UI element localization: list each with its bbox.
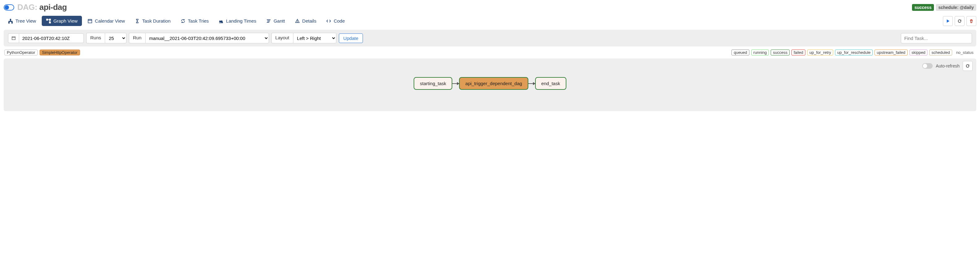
svg-point-19	[297, 22, 298, 22]
svg-point-5	[8, 22, 10, 24]
operator-chip-http[interactable]: SimpleHttpOperator	[40, 49, 80, 56]
layout-select[interactable]: Left > Right	[293, 33, 336, 43]
runs-label: Runs	[86, 33, 105, 43]
edge-arrow	[452, 83, 459, 84]
task-node-end-task[interactable]: end_task	[535, 77, 566, 90]
dag-enabled-toggle[interactable]	[4, 4, 14, 11]
state-chip-scheduled[interactable]: scheduled	[929, 49, 952, 56]
runs-select[interactable]: 25	[105, 33, 126, 43]
graph-icon	[46, 19, 51, 24]
tab-landing-times[interactable]: Landing Times	[214, 16, 261, 26]
tab-label: Landing Times	[226, 18, 256, 24]
task-node-starting-task[interactable]: starting_task	[414, 77, 452, 90]
tab-calendar-view[interactable]: Calendar View	[83, 16, 129, 26]
tab-task-tries[interactable]: Task Tries	[176, 16, 213, 26]
svg-rect-10	[88, 19, 92, 23]
delete-button[interactable]	[966, 16, 976, 26]
svg-rect-20	[12, 37, 16, 40]
tree-icon	[8, 19, 13, 24]
run-select[interactable]: manual__2021-06-03T20:42:09.695733+00:00	[145, 33, 269, 43]
state-chip-success[interactable]: success	[771, 49, 789, 56]
state-chip-upstream-failed[interactable]: upstream_failed	[875, 49, 908, 56]
tab-details[interactable]: Details	[291, 16, 321, 26]
tab-label: Gantt	[274, 18, 285, 24]
base-date-input[interactable]	[19, 34, 84, 43]
state-chip-running[interactable]: running	[751, 49, 769, 56]
tab-label: Graph View	[54, 18, 78, 24]
status-badge: success	[912, 4, 934, 11]
layout-label: Layout	[271, 33, 293, 43]
tab-task-duration[interactable]: Task Duration	[130, 16, 175, 26]
edge-arrow	[528, 83, 535, 84]
tab-label: Tree View	[16, 18, 36, 24]
state-chip-queued[interactable]: queued	[732, 49, 749, 56]
refresh-button[interactable]	[955, 16, 964, 26]
retry-icon	[181, 19, 186, 24]
tab-label: Calendar View	[95, 18, 125, 24]
code-icon	[326, 19, 331, 24]
operator-chip-python[interactable]: PythonOperator	[4, 49, 38, 56]
graph-refresh-button[interactable]	[963, 61, 972, 71]
tab-label: Task Duration	[142, 18, 171, 24]
page-title: DAG: api-dag	[18, 3, 67, 12]
find-task-input[interactable]	[901, 33, 972, 43]
page-title-dag-name: api-dag	[39, 3, 67, 12]
state-chip-skipped[interactable]: skipped	[910, 49, 928, 56]
tab-tree-view[interactable]: Tree View	[4, 16, 40, 26]
hourglass-icon	[135, 19, 140, 24]
schedule-badge: schedule: @daily	[936, 4, 976, 11]
tab-label: Details	[302, 18, 317, 24]
landing-icon	[219, 19, 224, 24]
run-label: Run	[129, 33, 145, 43]
tab-graph-view[interactable]: Graph View	[42, 16, 82, 26]
calendar-icon	[8, 34, 19, 43]
svg-rect-8	[49, 19, 51, 21]
gantt-icon	[266, 19, 271, 24]
tab-code[interactable]: Code	[322, 16, 349, 26]
svg-point-0	[10, 19, 11, 20]
auto-refresh-toggle[interactable]	[922, 63, 933, 69]
svg-point-6	[11, 22, 13, 24]
svg-rect-7	[46, 19, 48, 21]
warning-icon	[295, 19, 300, 24]
state-chip-failed[interactable]: failed	[791, 49, 805, 56]
tab-gantt[interactable]: Gantt	[262, 16, 290, 26]
task-node-api-trigger[interactable]: api_trigger_dependent_dag	[459, 77, 528, 90]
calendar-icon	[88, 19, 92, 24]
update-button[interactable]: Update	[339, 34, 363, 43]
state-chip-no-status[interactable]: no_status	[954, 49, 976, 56]
state-chip-up-for-retry[interactable]: up_for_retry	[807, 49, 833, 56]
tab-label: Task Tries	[188, 18, 209, 24]
auto-refresh-label: Auto-refresh	[936, 64, 959, 69]
page-title-prefix: DAG:	[18, 3, 39, 12]
filter-bar: Runs 25 Run manual__2021-06-03T20:42:09.…	[4, 30, 976, 46]
tab-label: Code	[334, 18, 345, 24]
trigger-dag-button[interactable]	[943, 16, 953, 26]
task-graph: starting_task api_trigger_dependent_dag …	[8, 77, 972, 90]
svg-rect-9	[49, 22, 51, 23]
state-chip-up-for-reschedule[interactable]: up_for_reschedule	[835, 49, 873, 56]
